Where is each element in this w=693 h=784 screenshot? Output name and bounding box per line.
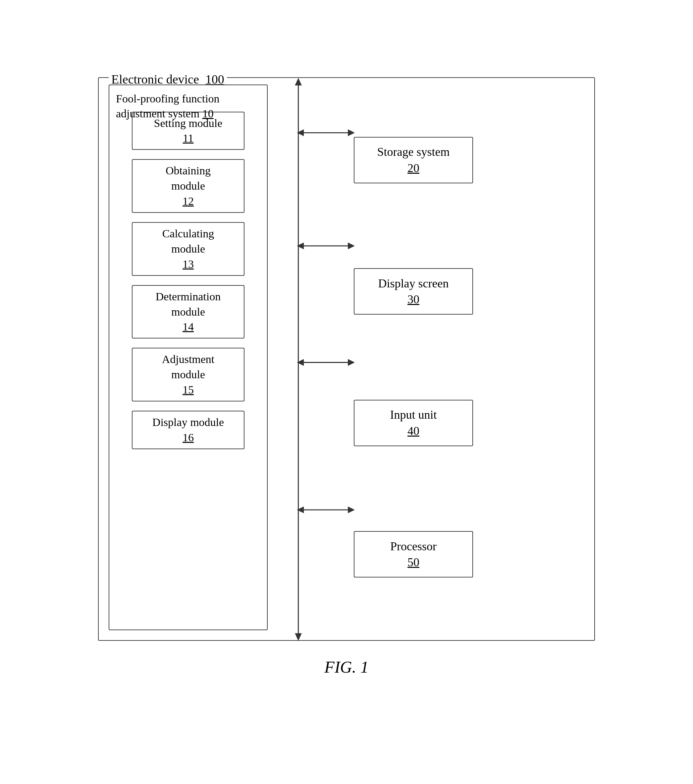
fool-proofing-system-box: Fool-proofing functionadjustment system … <box>108 84 268 630</box>
display-screen-number: 30 <box>407 292 419 308</box>
display-module-number: 16 <box>182 430 194 445</box>
obtaining-module-label: Obtainingmodule <box>166 163 211 194</box>
setting-module-number: 11 <box>183 131 194 146</box>
input-unit-box: Input unit 40 <box>354 400 473 446</box>
processor-box: Processor 50 <box>354 531 473 578</box>
storage-system-label: Storage system <box>377 144 450 160</box>
determination-module-number: 14 <box>182 319 194 334</box>
obtaining-module-number: 12 <box>182 194 194 209</box>
bus-spacer <box>268 84 334 630</box>
processor-label: Processor <box>390 539 437 555</box>
calculating-module-label: Calculatingmodule <box>162 226 214 257</box>
right-components: Storage system 20 Display screen 30 Inpu… <box>334 84 585 630</box>
input-unit-number: 40 <box>407 423 419 439</box>
display-screen-label: Display screen <box>378 275 449 292</box>
obtaining-module-box: Obtainingmodule 12 <box>132 159 245 213</box>
figure-label: FIG. 1 <box>324 657 368 677</box>
svg-marker-2 <box>295 633 302 640</box>
processor-number: 50 <box>407 554 419 570</box>
calculating-module-box: Calculatingmodule 13 <box>132 222 245 276</box>
adjustment-module-label: Adjustmentmodule <box>162 352 215 382</box>
display-module-box: Display module 16 <box>132 411 245 449</box>
content-wrapper: Fool-proofing functionadjustment system … <box>108 84 585 630</box>
determination-module-label: Determinationmodule <box>156 289 221 320</box>
adjustment-module-number: 15 <box>182 382 194 397</box>
storage-system-number: 20 <box>407 160 419 176</box>
display-screen-box: Display screen 30 <box>354 268 473 315</box>
fool-proofing-label: Fool-proofing functionadjustment system … <box>116 91 220 122</box>
page: Electronic device 100 <box>32 28 661 757</box>
storage-system-box: Storage system 20 <box>354 137 473 183</box>
fool-proofing-number: 10 <box>202 107 213 120</box>
electronic-device-number: 100 <box>205 72 224 86</box>
electronic-device-box: Electronic device 100 <box>98 77 595 641</box>
display-module-label: Display module <box>153 415 224 430</box>
calculating-module-number: 13 <box>182 257 194 272</box>
diagram-area: Electronic device 100 <box>65 77 628 707</box>
input-unit-label: Input unit <box>390 407 437 423</box>
adjustment-module-box: Adjustmentmodule 15 <box>132 348 245 402</box>
electronic-device-text: Electronic device <box>111 72 199 86</box>
determination-module-box: Determinationmodule 14 <box>132 285 245 339</box>
